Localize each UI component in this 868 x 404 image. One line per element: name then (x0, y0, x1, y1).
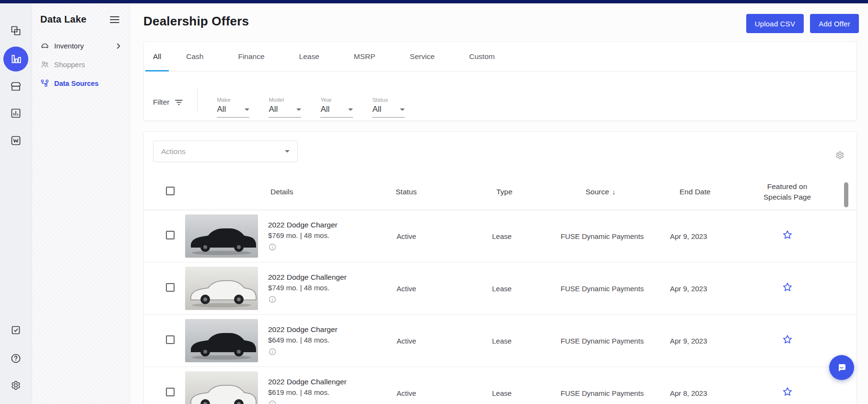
feature-star-icon[interactable] (782, 334, 793, 345)
status-select[interactable]: Status All (372, 97, 405, 118)
analytics-active-button[interactable] (3, 47, 28, 71)
year-select[interactable]: Year All (320, 97, 353, 118)
offer-end-date: Apr 9, 2023 (669, 285, 752, 293)
filter-toggle[interactable]: Filter (153, 97, 184, 107)
chat-bubble-icon (835, 361, 848, 374)
info-icon[interactable] (268, 400, 277, 404)
caret-down-icon (296, 108, 301, 111)
actions-dropdown[interactable]: Actions (153, 141, 298, 162)
offer-price: $619 mo. | 48 mos. (268, 388, 383, 396)
caret-down-icon (400, 108, 405, 111)
row-checkbox[interactable] (166, 335, 175, 344)
tab-service[interactable]: Service (393, 42, 452, 71)
offer-title: 2022 Dodge Charger (268, 221, 383, 229)
offer-type: Lease (469, 389, 561, 397)
sidebar-item-label: Inventory (54, 42, 84, 50)
offer-status: Active (383, 337, 469, 345)
apps-overlap-icon[interactable] (10, 25, 22, 36)
table-header: Details Status Type Source↓ End Date Fea… (144, 174, 856, 210)
offer-price: $649 mo. | 48 mos. (268, 336, 383, 344)
offer-title: 2022 Dodge Challenger (268, 378, 383, 386)
tab-all[interactable]: All (145, 42, 169, 71)
upload-csv-button[interactable]: Upload CSV (746, 14, 804, 33)
select-all-checkbox[interactable] (166, 187, 175, 195)
model-select[interactable]: Model All (269, 97, 301, 118)
sidebar-item-inventory[interactable]: Inventory (32, 36, 129, 55)
table-row: 2022 Dodge Challenger $749 mo. | 48 mos.… (144, 262, 856, 315)
w-app-icon[interactable] (10, 135, 22, 146)
sort-desc-icon: ↓ (612, 188, 616, 196)
offer-type: Lease (469, 337, 561, 345)
feature-star-icon[interactable] (782, 229, 793, 241)
row-checkbox[interactable] (166, 231, 175, 239)
table-scrollbar[interactable] (844, 182, 848, 207)
offer-source: FUSE Dynamic Payments (561, 337, 669, 345)
people-icon (40, 60, 49, 69)
column-header-details[interactable]: Details (266, 188, 383, 196)
vehicle-photo (185, 267, 258, 310)
caret-down-icon (285, 150, 290, 153)
info-icon[interactable] (268, 295, 277, 304)
table-settings-gear-icon[interactable] (835, 150, 845, 160)
feature-star-icon[interactable] (782, 386, 793, 398)
offer-source: FUSE Dynamic Payments (561, 232, 669, 240)
vehicle-photo (185, 371, 258, 404)
sidebar-item-data-sources[interactable]: Data Sources (32, 74, 129, 93)
offer-end-date: Apr 8, 2023 (669, 389, 752, 397)
info-icon[interactable] (268, 347, 277, 356)
offer-title: 2022 Dodge Charger (268, 325, 383, 334)
offer-type: Lease (469, 285, 561, 293)
chevron-right-icon (115, 43, 122, 49)
make-select[interactable]: Make All (217, 97, 249, 118)
column-header-featured[interactable]: Featured on Specials Page (752, 181, 844, 203)
column-header-source[interactable]: Source↓ (561, 188, 669, 196)
offer-type: Lease (469, 232, 561, 240)
tab-lease[interactable]: Lease (282, 42, 337, 71)
menu-collapse-icon[interactable] (109, 15, 120, 24)
table-row: 2022 Dodge Challenger $619 mo. | 48 mos.… (144, 367, 856, 404)
tab-msrp[interactable]: MSRP (337, 42, 393, 71)
filter-list-icon (174, 97, 184, 107)
bar-chart-icon (10, 53, 22, 65)
offer-type-tabs: All Cash Finance Lease MSRP Service Cust… (144, 42, 856, 71)
offer-status: Active (383, 232, 469, 240)
offer-source: FUSE Dynamic Payments (561, 389, 669, 397)
add-offer-button[interactable]: Add Offer (810, 14, 859, 33)
sidebar-title: Data Lake (40, 14, 86, 25)
offers-table-card: Actions Details Status Type Source↓ End … (143, 131, 857, 404)
main-content: Dealership Offers All Cash Finance Lease… (130, 3, 868, 404)
info-icon[interactable] (268, 243, 277, 251)
page-title: Dealership Offers (143, 14, 249, 29)
table-row: 2022 Dodge Charger $649 mo. | 48 mos. Ac… (144, 315, 856, 367)
tab-custom[interactable]: Custom (452, 42, 512, 71)
divider (197, 88, 198, 113)
row-checkbox[interactable] (166, 283, 175, 292)
tasks-clipboard-icon[interactable] (10, 324, 22, 336)
offer-end-date: Apr 9, 2023 (669, 232, 752, 240)
offer-status: Active (383, 389, 469, 397)
settings-gear-icon[interactable] (10, 380, 22, 391)
filters-card: All Cash Finance Lease MSRP Service Cust… (143, 41, 857, 121)
column-header-status[interactable]: Status (383, 188, 469, 196)
chat-launcher-button[interactable] (829, 355, 854, 380)
column-header-end-date[interactable]: End Date (669, 188, 752, 196)
offer-title: 2022 Dodge Challenger (268, 273, 383, 282)
vehicle-photo (185, 319, 258, 362)
car-icon (40, 41, 49, 50)
row-checkbox[interactable] (166, 388, 175, 396)
tab-finance[interactable]: Finance (221, 42, 282, 71)
table-row: 2022 Dodge Charger $769 mo. | 48 mos. Ac… (144, 210, 856, 262)
offer-source: FUSE Dynamic Payments (561, 285, 669, 293)
vehicle-photo (185, 214, 258, 258)
column-header-type[interactable]: Type (469, 188, 561, 196)
storefront-icon[interactable] (10, 81, 22, 92)
tab-cash[interactable]: Cash (169, 42, 221, 71)
report-chart-icon[interactable] (10, 107, 22, 119)
help-icon[interactable] (10, 353, 22, 364)
app-rail (0, 3, 32, 404)
offer-end-date: Apr 9, 2023 (669, 337, 752, 345)
sidebar-item-shoppers[interactable]: Shoppers (32, 55, 129, 74)
sidebar: Data Lake Inventory Shoppers Data S (32, 3, 130, 404)
feature-star-icon[interactable] (782, 282, 793, 293)
caret-down-icon (245, 108, 249, 111)
